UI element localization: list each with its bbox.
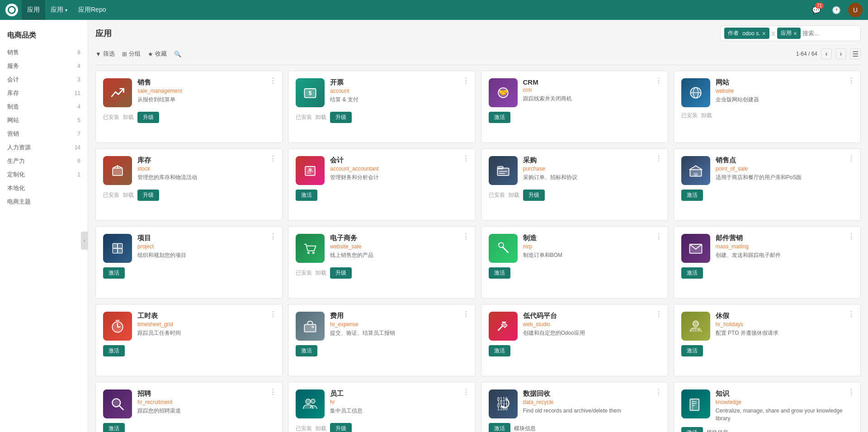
app-menu-button[interactable]: ⋮ <box>269 154 277 163</box>
sidebar-item-服务[interactable]: 服务 4 <box>0 59 88 73</box>
sidebar-item-本地化[interactable]: 本地化 <box>0 181 88 195</box>
app-menu-button[interactable]: ⋮ <box>269 76 277 85</box>
activate-button[interactable]: 激活 <box>681 427 703 432</box>
activate-button[interactable]: 激活 <box>296 190 317 201</box>
app-icon <box>296 156 325 185</box>
app-card: ⋮ 电子商务 website_sale 线上销售您的产品 已安装 卸载 升级 <box>288 226 475 299</box>
app-menu-button[interactable]: ⋮ <box>462 76 470 85</box>
sidebar-collapse-button[interactable]: ‹ <box>81 232 88 250</box>
upgrade-button[interactable]: 升级 <box>137 190 159 201</box>
uninstall-button[interactable]: 卸载 <box>316 114 326 121</box>
app-menu-button[interactable]: ⋮ <box>462 310 470 318</box>
search-input[interactable] <box>802 30 857 37</box>
sidebar-title: 电商品类 <box>0 27 88 46</box>
uninstall-button[interactable]: 卸载 <box>316 425 326 432</box>
app-name: 采购 <box>523 156 660 165</box>
app-actions: 已安装 卸载 升级 <box>103 190 275 201</box>
navbar-repo[interactable]: 应用Repo <box>73 0 111 20</box>
app-card: ⋮ 知识 knowledge Centralize, manage, share… <box>674 382 861 432</box>
sidebar-items: 销售 8服务 4会计 3库存 11制造 4网站 5营销 7人力资源 14生产力 … <box>0 46 88 209</box>
upgrade-button[interactable]: 升级 <box>137 112 159 123</box>
activate-button[interactable]: 激活 <box>103 267 125 279</box>
svg-rect-33 <box>305 324 316 332</box>
search-icon-btn[interactable]: 🔍 <box>174 51 181 57</box>
app-module: account_accountant <box>330 166 467 172</box>
sidebar-wrapper: 电商品类 销售 8服务 4会计 3库存 11制造 4网站 5营销 7人力资源 1… <box>0 20 88 432</box>
app-menu-button[interactable]: ⋮ <box>462 388 470 396</box>
app-menu-button[interactable]: ⋮ <box>848 154 855 163</box>
sidebar-item-营销[interactable]: 营销 7 <box>0 127 88 141</box>
app-menu-button[interactable]: ⋮ <box>655 76 662 85</box>
app-menu-button[interactable]: ⋮ <box>848 310 855 318</box>
prev-page-button[interactable]: ‹ <box>821 48 832 59</box>
app-icon <box>489 234 518 263</box>
filter-app-remove[interactable]: × <box>793 30 797 37</box>
app-menu-button[interactable]: ⋮ <box>848 76 855 85</box>
uninstall-button[interactable]: 卸载 <box>123 191 134 199</box>
app-menu-button[interactable]: ⋮ <box>848 388 855 396</box>
upgrade-button[interactable]: 升级 <box>330 112 352 123</box>
app-menu-button[interactable]: ⋮ <box>848 232 855 241</box>
sidebar-item-定制化[interactable]: 定制化 1 <box>0 168 88 181</box>
activate-button[interactable]: 激活 <box>489 112 510 123</box>
favorite-button[interactable]: ★ 收藏 <box>148 50 167 58</box>
activate-button[interactable]: 激活 <box>296 345 317 356</box>
app-desc: 企业版网站创建器 <box>716 96 853 104</box>
list-view-button[interactable]: ☰ <box>850 48 861 59</box>
uninstall-button[interactable]: 卸载 <box>701 112 712 119</box>
sidebar-item-电商主题[interactable]: 电商主题 <box>0 195 88 209</box>
app-card: ⋮ 0111101101101100 数据回收 data_recycle Fin… <box>481 382 668 432</box>
filter-button[interactable]: ▼ 筛选 <box>95 50 115 58</box>
app-menu-button[interactable]: ⋮ <box>655 310 662 318</box>
svg-text:$: $ <box>309 90 312 96</box>
filter-author-remove[interactable]: × <box>762 30 766 37</box>
avatar[interactable]: U <box>848 3 863 17</box>
app-menu-button[interactable]: ⋮ <box>462 232 470 241</box>
activate-button[interactable]: 激活 <box>489 423 510 432</box>
group-button[interactable]: ⊞ 分组 <box>122 50 141 58</box>
upgrade-button[interactable]: 升级 <box>330 267 352 279</box>
chat-button[interactable]: 💬 71 <box>808 2 825 18</box>
sidebar-item-销售[interactable]: 销售 8 <box>0 46 88 59</box>
activity-button[interactable]: 🕐 <box>828 2 844 18</box>
app-name: 销售 <box>137 78 275 87</box>
sidebar-item-制造[interactable]: 制造 4 <box>0 100 88 114</box>
uninstall-button[interactable]: 卸载 <box>316 269 326 277</box>
activate-button[interactable]: 激活 <box>681 267 703 279</box>
app-actions: 激活 模块信息 <box>681 427 853 432</box>
app-menu-button[interactable]: ⋮ <box>269 388 277 396</box>
navbar-app[interactable]: 应用 <box>22 0 45 20</box>
activate-button[interactable]: 激活 <box>103 345 125 356</box>
activate-button[interactable]: 激活 <box>489 345 510 356</box>
sidebar-item-人力资源[interactable]: 人力资源 14 <box>0 141 88 154</box>
app-card: ⋮ 邮件营销 mass_mailing 创建、发送和跟踪电子邮件 激活 <box>674 226 861 299</box>
activate-button[interactable]: 激活 <box>681 345 703 356</box>
logo[interactable] <box>5 4 18 16</box>
upgrade-button[interactable]: 升级 <box>330 423 352 432</box>
uninstall-button[interactable]: 卸载 <box>123 114 134 121</box>
activate-button[interactable]: 激活 <box>103 423 125 432</box>
app-menu-button[interactable]: ⋮ <box>269 310 277 318</box>
app-menu-button[interactable]: ⋮ <box>462 154 470 163</box>
activate-button[interactable]: 激活 <box>489 267 510 279</box>
sidebar-item-生产力[interactable]: 生产力 6 <box>0 154 88 168</box>
app-module: timesheet_grid <box>137 321 275 328</box>
next-page-button[interactable]: › <box>835 48 846 59</box>
app-icon <box>489 156 518 185</box>
app-module: data_recycle <box>523 399 660 405</box>
sidebar-item-库存[interactable]: 库存 11 <box>0 86 88 100</box>
module-info-button[interactable]: 模块信息 <box>707 429 728 432</box>
sidebar-item-会计[interactable]: 会计 3 <box>0 73 88 86</box>
app-menu-button[interactable]: ⋮ <box>655 154 662 163</box>
navbar-app-menu[interactable]: 应用 ▾ <box>45 0 73 20</box>
app-module: purchase <box>523 166 660 172</box>
app-name: 销售点 <box>716 156 853 165</box>
upgrade-button[interactable]: 升级 <box>523 190 545 201</box>
uninstall-button[interactable]: 卸载 <box>509 191 519 199</box>
app-menu-button[interactable]: ⋮ <box>655 232 662 241</box>
module-info-button[interactable]: 模块信息 <box>514 425 536 432</box>
app-menu-button[interactable]: ⋮ <box>269 232 277 241</box>
activate-button[interactable]: 激活 <box>681 190 703 201</box>
sidebar-item-网站[interactable]: 网站 5 <box>0 114 88 127</box>
app-menu-button[interactable]: ⋮ <box>655 388 662 396</box>
